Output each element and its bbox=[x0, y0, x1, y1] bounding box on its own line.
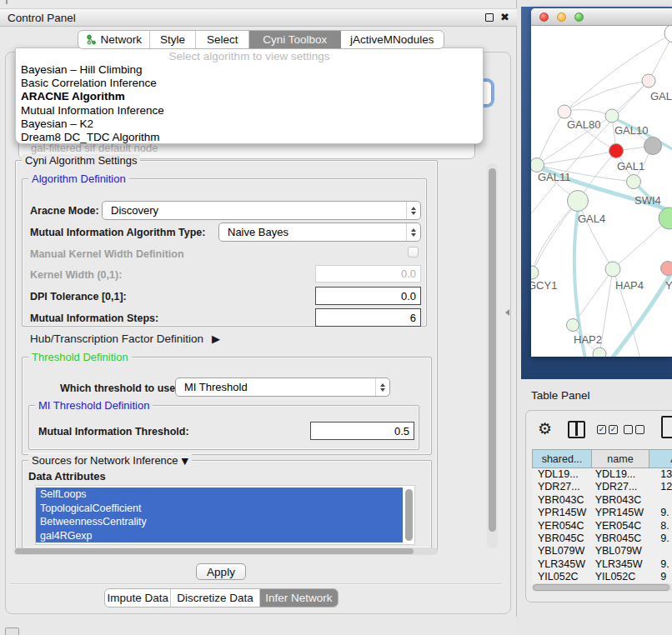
close-traffic-icon[interactable] bbox=[539, 12, 549, 22]
settings-horizontal-scrollbar[interactable] bbox=[13, 548, 438, 555]
tab-network[interactable]: Network bbox=[78, 31, 150, 48]
float-window-icon[interactable] bbox=[485, 13, 494, 22]
unchecked-checkbox-icon[interactable] bbox=[635, 425, 644, 434]
table-row[interactable]: YPR145WYPR145W9. bbox=[532, 507, 672, 519]
network-edge[interactable] bbox=[613, 218, 669, 269]
zoom-traffic-icon[interactable] bbox=[574, 12, 584, 22]
algorithm-option[interactable]: Bayesian – Hill Climbing bbox=[16, 63, 483, 77]
table-cell: YIL052C bbox=[532, 571, 592, 583]
hub-definition-expander[interactable]: Hub/Transcription Factor Definition▶ bbox=[30, 332, 220, 345]
document-icon[interactable] bbox=[661, 416, 672, 438]
table-cell: YDL19... bbox=[532, 468, 592, 481]
columns-icon[interactable] bbox=[568, 421, 585, 438]
list-scrollbar[interactable] bbox=[405, 489, 413, 541]
network-node[interactable] bbox=[558, 105, 571, 118]
network-edge[interactable] bbox=[532, 201, 578, 272]
tab-impute-data[interactable]: Impute Data bbox=[105, 589, 171, 607]
algorithm-popup-placeholder: Select algorithm to view settings bbox=[16, 49, 483, 63]
network-node[interactable] bbox=[605, 262, 620, 277]
network-canvas[interactable]: GALGAL80GAL10GAL1SWI4GAL11GAL4GCY1HAP4YH… bbox=[531, 26, 672, 357]
table-row[interactable]: YLR345WYLR345W9. bbox=[532, 558, 672, 571]
sources-group-title[interactable]: Sources for Network Inference▼ bbox=[28, 454, 192, 467]
algorithm-option[interactable]: Dream8 DC_TDC Algorithm bbox=[16, 131, 483, 144]
table-body: YDL19...YDL19...13YDR27...YDR27...12YBR0… bbox=[532, 468, 672, 584]
table-row[interactable]: YBL079WYBL079W bbox=[532, 545, 672, 558]
network-node[interactable] bbox=[567, 319, 579, 332]
network-node[interactable] bbox=[593, 348, 606, 357]
tab-select[interactable]: Select bbox=[196, 31, 249, 48]
tab-style[interactable]: Style bbox=[150, 31, 197, 48]
table-cell: YIL052C bbox=[592, 571, 649, 583]
kernel-width-field[interactable]: 0.0 bbox=[315, 265, 421, 282]
network-node[interactable] bbox=[605, 109, 619, 122]
minimized-panel-icon[interactable] bbox=[5, 628, 19, 635]
tab-jactivemnodules[interactable]: jActiveMNodules bbox=[341, 31, 444, 48]
minimize-traffic-icon[interactable] bbox=[557, 12, 566, 22]
data-attributes-label: Data Attributes bbox=[28, 470, 106, 483]
mi-algorithm-type-value: Naive Bayes bbox=[228, 226, 288, 238]
settings-vertical-scrollbar[interactable] bbox=[487, 163, 498, 548]
network-edge[interactable] bbox=[537, 151, 616, 165]
network-edge[interactable] bbox=[564, 81, 649, 112]
table-row[interactable]: YIL052CYIL052C9 bbox=[532, 571, 672, 583]
network-node[interactable] bbox=[531, 266, 539, 279]
algorithm-option[interactable]: Basic Correlation Inference bbox=[16, 77, 483, 90]
algorithm-option[interactable]: Bayesian – K2 bbox=[16, 118, 483, 131]
table-cell: YDR27... bbox=[532, 481, 592, 493]
column-header[interactable]: shared... bbox=[532, 449, 592, 468]
data-attributes-list[interactable]: SelfLoopsTopologicalCoefficientBetweenne… bbox=[35, 485, 415, 545]
attribute-list-item[interactable]: SelfLoops bbox=[36, 488, 403, 502]
mi-algorithm-type-select[interactable]: Naive Bayes bbox=[218, 222, 421, 242]
network-edge[interactable] bbox=[532, 201, 578, 272]
unchecked-checkbox-icon[interactable] bbox=[624, 425, 633, 434]
dpi-tolerance-label: DPI Tolerance [0,1]: bbox=[30, 290, 127, 303]
close-icon[interactable]: ✖ bbox=[500, 13, 509, 22]
network-node[interactable] bbox=[627, 175, 641, 189]
network-node[interactable] bbox=[609, 144, 624, 158]
mi-steps-field[interactable]: 6 bbox=[315, 308, 421, 327]
checked-checkbox-icon[interactable]: ✓ bbox=[597, 425, 606, 434]
table-cell: YPR145W bbox=[532, 507, 592, 519]
tab-infer-network[interactable]: Infer Network bbox=[260, 589, 338, 607]
mi-threshold-field[interactable]: 0.5 bbox=[310, 422, 414, 440]
dpi-tolerance-field[interactable]: 0.0 bbox=[315, 287, 421, 305]
table-row[interactable]: YDR27...YDR27...12 bbox=[532, 481, 672, 493]
table-row[interactable]: YER054CYER054C8. bbox=[532, 520, 672, 532]
attribute-list-item[interactable]: BetweennessCentrality bbox=[36, 515, 403, 529]
network-node[interactable] bbox=[644, 138, 662, 155]
aracne-mode-select[interactable]: Discovery bbox=[102, 201, 421, 220]
attribute-list-item[interactable]: gal4RGexp bbox=[36, 529, 403, 543]
table-row[interactable]: YBR045CYBR045C9. bbox=[532, 532, 672, 545]
network-edge[interactable] bbox=[578, 201, 613, 269]
tab-discretize-data[interactable]: Discretize Data bbox=[171, 589, 259, 607]
network-node[interactable] bbox=[661, 262, 672, 276]
network-window-titlebar[interactable] bbox=[531, 8, 672, 26]
table-cell: YDL19... bbox=[592, 468, 649, 481]
apply-button[interactable]: Apply bbox=[196, 563, 246, 580]
algorithm-option[interactable]: Mutual Information Inference bbox=[16, 104, 483, 118]
network-node[interactable] bbox=[568, 191, 589, 212]
network-edge[interactable] bbox=[537, 112, 564, 165]
table-horizontal-scrollbar[interactable] bbox=[532, 583, 672, 592]
network-node[interactable] bbox=[642, 74, 655, 88]
network-node[interactable] bbox=[531, 158, 544, 172]
splitter-arrow-icon[interactable] bbox=[505, 309, 509, 316]
table-row[interactable]: YBR043CYBR043C bbox=[532, 494, 672, 507]
checked-checkbox-icon[interactable]: ✓ bbox=[609, 425, 618, 434]
table-row[interactable]: YDL19...YDL19...13 bbox=[532, 468, 672, 481]
table-cell: YBR043C bbox=[592, 494, 649, 507]
table-cell: 13 bbox=[649, 468, 672, 481]
network-node[interactable] bbox=[664, 26, 672, 42]
algorithm-popup: Select algorithm to view settings Bayesi… bbox=[15, 48, 484, 144]
which-threshold-select[interactable]: MI Threshold bbox=[175, 378, 390, 397]
tab-cyni-toolbox[interactable]: Cyni Toolbox bbox=[249, 31, 341, 48]
column-header[interactable]: name bbox=[592, 449, 649, 468]
table-cell: YPR145W bbox=[592, 507, 649, 519]
column-header[interactable]: A bbox=[649, 449, 672, 468]
gear-icon[interactable]: ⚙ bbox=[538, 419, 552, 438]
attribute-list-item[interactable]: TopologicalCoefficient bbox=[36, 502, 403, 516]
panel-divider bbox=[10, 583, 501, 585]
manual-kernel-width-checkbox[interactable] bbox=[408, 247, 419, 258]
algorithm-option[interactable]: ARACNE Algorithm bbox=[16, 90, 483, 103]
network-edge[interactable] bbox=[564, 109, 612, 116]
